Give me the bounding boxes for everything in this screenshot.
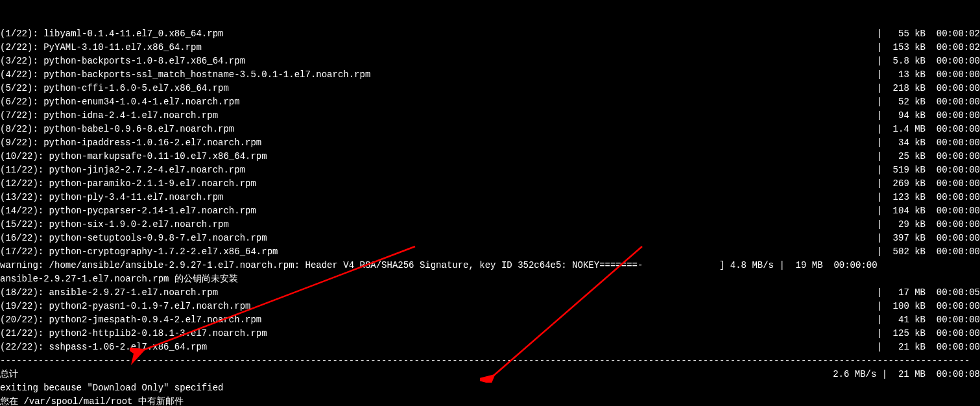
separator: | (229, 218, 882, 232)
separator: | (218, 286, 882, 300)
package-name: (19/22): python2-pyasn1-0.1.9-7.el7.noar… (0, 300, 250, 313)
size-time: 34 kB 00:00:00 (882, 136, 980, 150)
package-name: (2/22): PyYAML-3.10-11.el7.x86_64.rpm (0, 41, 202, 54)
output-line: (17/22): python-cryptography-1.7.2-2.el7… (0, 245, 980, 259)
size-time: 29 kB 00:00:00 (882, 218, 980, 232)
package-name: (12/22): python-paramiko-2.1.1-9.el7.noa… (0, 177, 256, 191)
package-name: (11/22): python-jinja2-2.7.2-4.el7.noarc… (0, 163, 245, 177)
output-line: (11/22): python-jinja2-2.7.2-4.el7.noarc… (0, 163, 980, 177)
output-line: (20/22): python2-jmespath-0.9.4-2.el7.no… (0, 313, 980, 327)
separator: | (278, 245, 882, 259)
size-time: 153 kB 00:00:02 (882, 41, 980, 54)
exit-line: exiting because "Download Only" specifie… (0, 381, 980, 395)
package-name: (13/22): python-ply-3.4-11.el7.noarch.rp… (0, 191, 223, 204)
separator: | (207, 340, 882, 354)
separator: | (218, 109, 882, 123)
separator: | (370, 68, 882, 82)
size-time: 55 kB 00:00:02 (882, 27, 980, 41)
package-name: (5/22): python-cffi-1.6.0-5.el7.x86_64.r… (0, 82, 229, 95)
terminal[interactable]: (1/22): libyaml-0.1.4-11.el7_0.x86_64.rp… (0, 0, 980, 406)
separator: | (229, 82, 882, 95)
size-time: 519 kB 00:00:00 (882, 163, 980, 177)
package-name: (1/22): libyaml-0.1.4-11.el7_0.x86_64.rp… (0, 27, 223, 41)
package-name: (6/22): python-enum34-1.0.4-1.el7.noarch… (0, 95, 240, 109)
separator: | (240, 95, 883, 109)
total-line: 总计2.6 MB/s | 21 MB 00:00:08 (0, 368, 980, 381)
warning-pubkey: ansible-2.9.27-1.el7.noarch.rpm 的公钥尚未安装 (0, 272, 980, 286)
separator: | (234, 123, 882, 136)
output-line: (18/22): ansible-2.9.27-1.el7.noarch.rpm… (0, 286, 980, 300)
divider: ----------------------------------------… (0, 354, 980, 368)
separator: | (245, 54, 882, 68)
package-name: (22/22): sshpass-1.06-2.el7.x86_64.rpm (0, 340, 207, 354)
separator: | (261, 313, 882, 327)
output-line: (16/22): python-setuptools-0.9.8-7.el7.n… (0, 232, 980, 245)
package-name: (9/22): python-ipaddress-1.0.16-2.el7.no… (0, 136, 261, 150)
size-time: 502 kB 00:00:00 (882, 245, 980, 259)
size-time: 52 kB 00:00:00 (882, 95, 980, 109)
output-line: (13/22): python-ply-3.4-11.el7.noarch.rp… (0, 191, 980, 204)
output-line: (8/22): python-babel-0.9.6-8.el7.noarch.… (0, 123, 980, 136)
package-name: (10/22): python-markupsafe-0.11-10.el7.x… (0, 150, 267, 163)
size-time: 17 MB 00:00:05 (882, 286, 980, 300)
package-name: (17/22): python-cryptography-1.7.2-2.el7… (0, 245, 278, 259)
size-time: 13 kB 00:00:00 (882, 68, 980, 82)
size-time: 100 kB 00:00:00 (882, 300, 980, 313)
output-line: (5/22): python-cffi-1.6.0-5.el7.x86_64.r… (0, 82, 980, 95)
output-line: (14/22): python-pycparser-2.14-1.el7.noa… (0, 204, 980, 218)
output-line: (10/22): python-markupsafe-0.11-10.el7.x… (0, 150, 980, 163)
separator: | (261, 136, 882, 150)
output-line: (3/22): python-backports-1.0-8.el7.x86_6… (0, 54, 980, 68)
package-name: (4/22): python-backports-ssl_match_hostn… (0, 68, 370, 82)
package-name: (15/22): python-six-1.9.0-2.el7.noarch.r… (0, 218, 229, 232)
separator: | (256, 177, 882, 191)
separator: | (223, 191, 882, 204)
size-time: 123 kB 00:00:00 (882, 191, 980, 204)
size-time: 269 kB 00:00:00 (882, 177, 980, 191)
size-time: 104 kB 00:00:00 (882, 204, 980, 218)
output-line: (12/22): python-paramiko-2.1.1-9.el7.noa… (0, 177, 980, 191)
mail-line: 您在 /var/spool/mail/root 中有新邮件 (0, 395, 980, 406)
package-name: (21/22): python2-httplib2-0.18.1-3.el7.n… (0, 327, 267, 340)
separator: | (267, 327, 883, 340)
package-name: (16/22): python-setuptools-0.9.8-7.el7.n… (0, 232, 267, 245)
separator: | (267, 232, 883, 245)
size-time: 218 kB 00:00:00 (882, 82, 980, 95)
separator: | (202, 41, 882, 54)
package-name: (14/22): python-pycparser-2.14-1.el7.noa… (0, 204, 256, 218)
output-line: (7/22): python-idna-2.4-1.el7.noarch.rpm… (0, 109, 980, 123)
size-time: 25 kB 00:00:00 (882, 150, 980, 163)
output-line: (22/22): sshpass-1.06-2.el7.x86_64.rpm| … (0, 340, 980, 354)
output-line: (15/22): python-six-1.9.0-2.el7.noarch.r… (0, 218, 980, 232)
separator: | (250, 300, 882, 313)
size-time: 125 kB 00:00:00 (882, 327, 980, 340)
output-line: (2/22): PyYAML-3.10-11.el7.x86_64.rpm| 1… (0, 41, 980, 54)
separator: | (223, 27, 882, 41)
size-time: 41 kB 00:00:00 (882, 313, 980, 327)
output-line: (9/22): python-ipaddress-1.0.16-2.el7.no… (0, 136, 980, 150)
total-label: 总计 (0, 368, 18, 381)
separator: | (245, 163, 882, 177)
size-time: 21 kB 00:00:00 (882, 340, 980, 354)
separator: | (267, 150, 883, 163)
total-value: 2.6 MB/s | 21 MB 00:00:08 (828, 368, 980, 381)
output-line: (6/22): python-enum34-1.0.4-1.el7.noarch… (0, 95, 980, 109)
output-line: (4/22): python-backports-ssl_match_hostn… (0, 68, 980, 82)
output-line: (21/22): python2-httplib2-0.18.1-3.el7.n… (0, 327, 980, 340)
size-time: 397 kB 00:00:00 (882, 232, 980, 245)
package-name: (3/22): python-backports-1.0-8.el7.x86_6… (0, 54, 245, 68)
package-name: (8/22): python-babel-0.9.6-8.el7.noarch.… (0, 123, 234, 136)
separator: | (256, 204, 882, 218)
size-time: 94 kB 00:00:00 (882, 109, 980, 123)
package-name: (7/22): python-idna-2.4-1.el7.noarch.rpm (0, 109, 218, 123)
output-line: (19/22): python2-pyasn1-0.1.9-7.el7.noar… (0, 300, 980, 313)
package-name: (18/22): ansible-2.9.27-1.el7.noarch.rpm (0, 286, 218, 300)
package-name: (20/22): python2-jmespath-0.9.4-2.el7.no… (0, 313, 261, 327)
output-line: (1/22): libyaml-0.1.4-11.el7_0.x86_64.rp… (0, 27, 980, 41)
size-time: 5.8 kB 00:00:00 (882, 54, 980, 68)
size-time: 1.4 MB 00:00:00 (882, 123, 980, 136)
warning-line: warning: /home/ansible/ansible-2.9.27-1.… (0, 259, 980, 272)
